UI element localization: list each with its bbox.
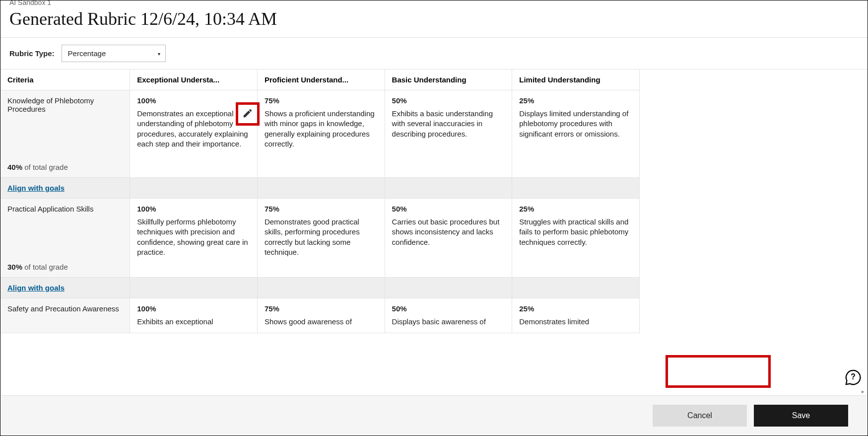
level-pct: 75% — [265, 205, 378, 213]
level-desc: Skillfully performs phlebotomy technique… — [137, 217, 250, 257]
criterion-weight: 30% of total grade — [7, 263, 123, 271]
criterion-name: Knowledge of Phlebotomy Procedures — [7, 96, 123, 113]
rubric-type-label: Rubric Type: — [9, 49, 55, 58]
col-header-level-3[interactable]: Basic Understanding — [385, 70, 512, 90]
align-goals-row: Align with goals — [0, 278, 640, 298]
criterion-row: Knowledge of Phlebotomy Procedures 40% o… — [0, 90, 640, 178]
of-total-grade: of total grade — [22, 263, 68, 271]
level-cell[interactable]: 25% Struggles with practical skills and … — [512, 199, 640, 278]
level-desc: Displays limited understanding of phlebo… — [519, 109, 632, 139]
align-goals-cell: Align with goals — [0, 178, 130, 199]
criterion-row: Practical Application Skills 30% of tota… — [0, 199, 640, 278]
level-pct: 25% — [519, 304, 632, 313]
criterion-cell[interactable]: Practical Application Skills 30% of tota… — [0, 199, 130, 278]
help-button[interactable]: ? — [845, 369, 862, 386]
level-cell[interactable]: 100% Exhibits an exceptional — [130, 298, 258, 333]
col-header-level-1[interactable]: Exceptional Understa... — [130, 70, 258, 90]
level-desc: Demonstrates an exceptional understandin… — [137, 109, 250, 149]
level-cell[interactable]: 50% Carries out basic procedures but sho… — [385, 199, 512, 278]
level-cell[interactable]: 25% Demonstrates limited — [512, 298, 640, 333]
col-header-criteria: Criteria — [0, 70, 130, 90]
level-pct: 100% — [137, 96, 250, 105]
cancel-button[interactable]: Cancel — [653, 405, 747, 427]
edit-cell-button[interactable] — [236, 102, 260, 126]
chevron-down-icon: ▾ — [158, 51, 160, 56]
save-button[interactable]: Save — [754, 405, 848, 427]
level-cell[interactable]: 100% Skillfully performs phlebotomy tech… — [130, 199, 258, 278]
level-pct: 50% — [392, 304, 505, 313]
criterion-cell[interactable]: Knowledge of Phlebotomy Procedures 40% o… — [0, 90, 130, 178]
save-button-highlight — [666, 355, 771, 388]
criterion-name: Safety and Precaution Awareness — [7, 304, 123, 313]
level-cell[interactable]: 75% Shows a proficient understanding wit… — [257, 90, 385, 178]
level-desc: Exhibits an exceptional — [137, 317, 250, 327]
rubric-type-bar: Rubric Type: Percentage ▾ — [0, 38, 868, 70]
breadcrumb[interactable]: AI Sandbox 1 — [9, 0, 859, 6]
page-title: Generated Rubric 12/6/24, 10:34 AM — [9, 8, 859, 29]
help-chat-icon: ? — [845, 369, 862, 386]
level-cell[interactable]: 50% Exhibits a basic understanding with … — [385, 90, 512, 178]
rubric-type-value: Percentage — [68, 49, 106, 58]
col-header-level-2[interactable]: Proficient Understand... — [257, 70, 385, 90]
footer-bar: Cancel Save — [1, 395, 867, 435]
col-header-level-4[interactable]: Limited Understanding — [512, 70, 640, 90]
level-pct: 75% — [265, 304, 378, 313]
level-cell[interactable]: 75% Shows good awareness of — [257, 298, 385, 333]
level-cell[interactable]: 25% Displays limited understanding of ph… — [512, 90, 640, 178]
level-pct: 75% — [265, 96, 378, 105]
criterion-weight: 40% of total grade — [7, 163, 123, 171]
rubric-table: Criteria Exceptional Understa... Profici… — [0, 70, 640, 333]
pencil-icon — [242, 108, 253, 119]
svg-text:?: ? — [851, 372, 856, 381]
align-with-goals-link[interactable]: Align with goals — [7, 184, 65, 192]
level-pct: 50% — [392, 96, 505, 105]
criterion-weight-pct: 30% — [7, 263, 22, 271]
level-desc: Demonstrates limited — [519, 317, 632, 327]
level-desc: Demonstrates good practical skills, perf… — [265, 217, 378, 257]
level-pct: 100% — [137, 205, 250, 213]
align-goals-cell: Align with goals — [0, 278, 130, 298]
table-header-row: Criteria Exceptional Understa... Profici… — [0, 70, 640, 90]
level-pct: 100% — [137, 304, 250, 313]
criterion-cell[interactable]: Safety and Precaution Awareness — [0, 298, 130, 333]
criterion-weight-pct: 40% — [7, 163, 22, 171]
scroll-right-icon: ▸ — [862, 388, 865, 395]
level-desc: Shows a proficient understanding with mi… — [265, 109, 378, 149]
align-with-goals-link[interactable]: Align with goals — [7, 284, 65, 292]
rubric-type-select[interactable]: Percentage ▾ — [62, 45, 166, 62]
page-header: AI Sandbox 1 Generated Rubric 12/6/24, 1… — [0, 0, 868, 38]
level-desc: Shows good awareness of — [265, 317, 378, 327]
level-cell[interactable]: 50% Displays basic awareness of — [385, 298, 512, 333]
of-total-grade: of total grade — [22, 163, 68, 171]
criterion-name: Practical Application Skills — [7, 205, 123, 213]
level-desc: Struggles with practical skills and fail… — [519, 217, 632, 247]
level-desc: Carries out basic procedures but shows i… — [392, 217, 505, 247]
level-pct: 50% — [392, 205, 505, 213]
level-cell[interactable]: 75% Demonstrates good practical skills, … — [257, 199, 385, 278]
criterion-row: Safety and Precaution Awareness 100% Exh… — [0, 298, 640, 333]
level-desc: Displays basic awareness of — [392, 317, 505, 327]
level-pct: 25% — [519, 205, 632, 213]
level-pct: 25% — [519, 96, 632, 105]
level-desc: Exhibits a basic understanding with seve… — [392, 109, 505, 139]
align-goals-row: Align with goals — [0, 178, 640, 199]
page-frame: AI Sandbox 1 Generated Rubric 12/6/24, 1… — [0, 0, 868, 436]
rubric-grid-scroll[interactable]: Criteria Exceptional Understa... Profici… — [0, 70, 868, 346]
